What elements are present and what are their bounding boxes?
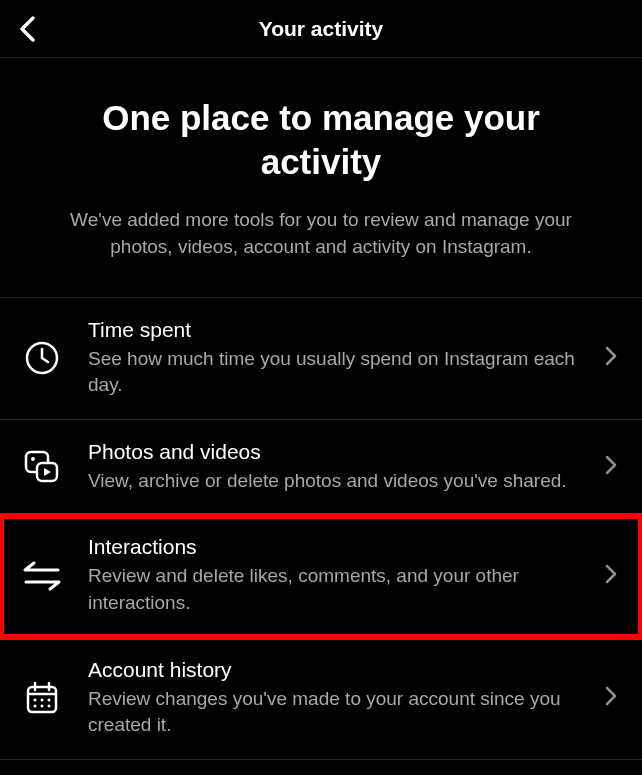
svg-point-9 xyxy=(41,699,44,702)
svg-point-11 xyxy=(34,705,37,708)
chevron-right-icon xyxy=(604,454,618,480)
item-desc: Review changes you've made to your accou… xyxy=(88,686,592,739)
item-text: Interactions Review and delete likes, co… xyxy=(88,535,604,616)
item-text: Time spent See how much time you usually… xyxy=(88,318,604,399)
item-text: Photos and videos View, archive or delet… xyxy=(88,440,604,495)
svg-point-10 xyxy=(48,699,51,702)
item-desc: Review and delete likes, comments, and y… xyxy=(88,563,592,616)
clock-icon xyxy=(22,338,62,378)
page-title: Your activity xyxy=(18,17,624,41)
calendar-icon xyxy=(22,678,62,718)
item-title: Interactions xyxy=(88,535,592,559)
svg-point-12 xyxy=(41,705,44,708)
item-title: Account history xyxy=(88,658,592,682)
back-button[interactable] xyxy=(18,15,36,43)
header-bar: Your activity xyxy=(0,0,642,58)
chevron-right-icon xyxy=(604,563,618,589)
intro-section: One place to manage your activity We've … xyxy=(0,58,642,297)
item-text: Account history Review changes you've ma… xyxy=(88,658,604,739)
list-item-photos-videos[interactable]: Photos and videos View, archive or delet… xyxy=(0,420,642,516)
item-desc: View, archive or delete photos and video… xyxy=(88,468,592,495)
intro-subtitle: We've added more tools for you to review… xyxy=(40,206,602,261)
intro-heading: One place to manage your activity xyxy=(40,96,602,184)
chevron-right-icon xyxy=(604,345,618,371)
back-chevron-icon xyxy=(18,15,36,43)
photos-videos-icon xyxy=(22,447,62,487)
activity-list: Time spent See how much time you usually… xyxy=(0,297,642,760)
chevron-right-icon xyxy=(604,685,618,711)
list-item-account-history[interactable]: Account history Review changes you've ma… xyxy=(0,638,642,760)
item-title: Time spent xyxy=(88,318,592,342)
list-item-interactions[interactable]: Interactions Review and delete likes, co… xyxy=(0,515,642,637)
item-title: Photos and videos xyxy=(88,440,592,464)
interactions-icon xyxy=(22,556,62,596)
svg-point-8 xyxy=(34,699,37,702)
item-desc: See how much time you usually spend on I… xyxy=(88,346,592,399)
svg-point-2 xyxy=(31,457,35,461)
svg-point-13 xyxy=(48,705,51,708)
list-item-time-spent[interactable]: Time spent See how much time you usually… xyxy=(0,298,642,420)
